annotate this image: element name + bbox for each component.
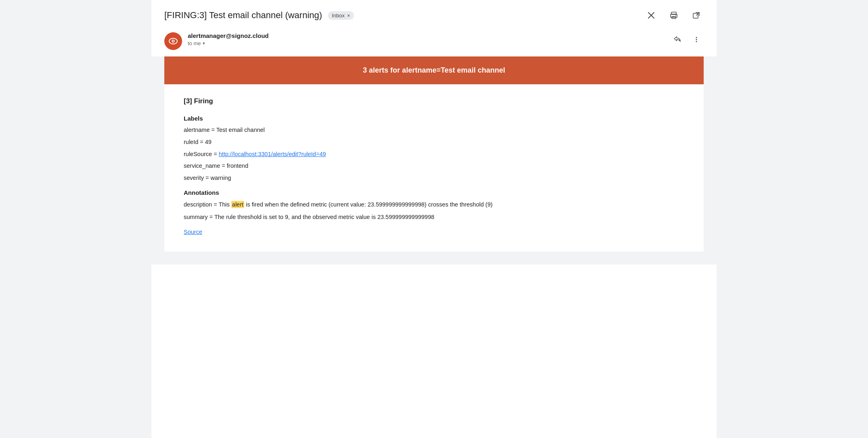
sender-actions — [670, 32, 704, 47]
email-header: [FIRING:3] Test email channel (warning) … — [151, 0, 717, 29]
email-subject: [FIRING:3] Test email channel (warning) — [164, 10, 322, 21]
print-icon[interactable] — [667, 8, 681, 23]
label-rulesource: ruleSource = http://localhost:3301/alert… — [184, 150, 684, 159]
svg-point-5 — [675, 15, 676, 16]
alert-content: [3] Firing Labels alertname = Test email… — [164, 84, 704, 252]
email-body-card: 3 alerts for alertname=Test email channe… — [164, 56, 704, 252]
alert-banner: 3 alerts for alertname=Test email channe… — [164, 56, 704, 84]
description-text: description = This alert is fired when t… — [184, 200, 684, 209]
label-ruleid: ruleId = 49 — [184, 138, 684, 147]
reply-icon[interactable] — [670, 32, 684, 47]
avatar — [164, 32, 182, 50]
close-icon[interactable] — [644, 8, 658, 23]
svg-point-13 — [696, 41, 697, 42]
label-rulesource-link[interactable]: http://localhost:3301/alerts/edit?ruleId… — [219, 151, 326, 157]
label-service: service_name = frontend — [184, 162, 684, 171]
sender-email: alertmanager@signoz.cloud — [188, 32, 269, 39]
sender-details: alertmanager@signoz.cloud to me ▾ — [188, 32, 269, 46]
annotations-section: Annotations description = This alert is … — [184, 189, 684, 236]
sender-to-label: to me — [188, 40, 201, 46]
source-link[interactable]: Source — [184, 229, 202, 235]
sender-row: alertmanager@signoz.cloud to me ▾ — [151, 29, 717, 56]
svg-point-11 — [696, 37, 697, 38]
open-external-icon[interactable] — [689, 8, 704, 23]
labels-heading: Labels — [184, 115, 684, 122]
summary-text: summary = The rule threshold is set to 9… — [184, 213, 684, 222]
email-container: [FIRING:3] Test email channel (warning) … — [151, 0, 717, 438]
sender-info: alertmanager@signoz.cloud to me ▾ — [164, 32, 269, 50]
sender-to-arrow: ▾ — [203, 41, 205, 46]
labels-section: Labels alertname = Test email channel ru… — [184, 115, 684, 183]
label-rulesource-prefix: ruleSource = — [184, 151, 219, 157]
label-severity: severity = warning — [184, 174, 684, 183]
email-subject-area: [FIRING:3] Test email channel (warning) … — [164, 10, 644, 21]
more-options-icon[interactable] — [689, 32, 704, 47]
label-alertname: alertname = Test email channel — [184, 126, 684, 135]
description-prefix: description = This — [184, 201, 231, 208]
annotations-heading: Annotations — [184, 189, 684, 196]
inbox-badge-close[interactable]: × — [347, 13, 350, 19]
inbox-badge-label: Inbox — [332, 13, 345, 19]
alert-banner-text: 3 alerts for alertname=Test email channe… — [363, 66, 505, 74]
svg-point-10 — [172, 40, 174, 42]
sender-to[interactable]: to me ▾ — [188, 40, 269, 46]
alert-highlight: alert — [231, 201, 244, 208]
svg-point-12 — [696, 39, 697, 40]
inbox-badge: Inbox × — [328, 11, 354, 20]
email-body-wrapper: 3 alerts for alertname=Test email channe… — [151, 56, 717, 265]
firing-title: [3] Firing — [184, 97, 684, 105]
description-suffix: is fired when the defined metric (curren… — [244, 201, 493, 208]
header-actions — [644, 8, 704, 23]
